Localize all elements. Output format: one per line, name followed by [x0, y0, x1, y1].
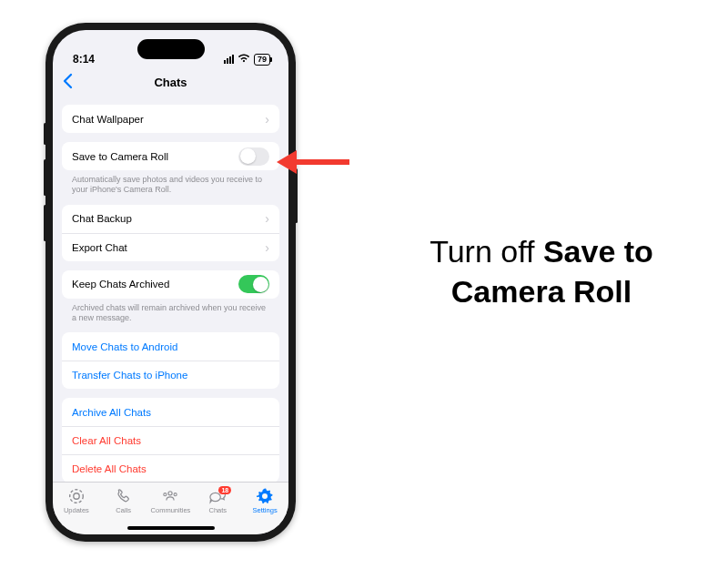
volume-down-button: [44, 205, 46, 241]
tab-updates[interactable]: Updates: [53, 487, 100, 534]
power-button: [295, 168, 298, 223]
instruction-text: Turn off Save to Camera Roll: [382, 232, 701, 311]
row-save-camera-roll[interactable]: Save to Camera Roll: [62, 142, 279, 170]
toggle-knob: [240, 148, 256, 164]
row-label: Move Chats to Android: [72, 341, 177, 352]
side-button: [44, 123, 46, 145]
group-backup-export: Chat Backup › Export Chat ›: [62, 205, 279, 261]
chats-badge: 18: [218, 486, 231, 494]
phone-frame: 8:14 79 Chats: [46, 23, 296, 542]
chevron-right-icon: ›: [265, 112, 269, 127]
dynamic-island: [137, 39, 205, 59]
row-transfer-iphone[interactable]: Transfer Chats to iPhone: [62, 361, 279, 389]
communities-icon: [161, 487, 179, 505]
row-move-android[interactable]: Move Chats to Android: [62, 332, 279, 361]
save-camera-roll-toggle[interactable]: [238, 147, 269, 166]
group-save-camera-roll: Save to Camera Roll: [62, 142, 279, 170]
row-label: Delete All Chats: [72, 463, 147, 474]
row-archive-all[interactable]: Archive All Chats: [62, 398, 279, 426]
tab-label: Settings: [253, 506, 278, 514]
page-title: Chats: [154, 76, 187, 89]
tab-label: Calls: [116, 506, 131, 514]
row-label: Clear All Chats: [72, 435, 141, 446]
battery-indicator: 79: [254, 54, 270, 66]
footer-keep-archived: Archived chats will remain archived when…: [62, 299, 279, 324]
nav-header: Chats: [53, 68, 288, 96]
row-keep-archived[interactable]: Keep Chats Archived: [62, 270, 279, 299]
row-chat-wallpaper[interactable]: Chat Wallpaper ›: [62, 105, 279, 133]
chevron-right-icon: ›: [265, 240, 269, 255]
tab-label: Chats: [208, 506, 227, 514]
group-transfer: Move Chats to Android Transfer Chats to …: [62, 332, 279, 389]
svg-point-4: [175, 493, 177, 496]
volume-up-button: [44, 159, 46, 196]
svg-point-3: [164, 493, 167, 496]
keep-archived-toggle[interactable]: [238, 275, 269, 293]
row-label: Keep Chats Archived: [72, 279, 169, 290]
tab-settings[interactable]: Settings: [241, 487, 288, 534]
footer-save-camera-roll: Automatically save photos and videos you…: [62, 170, 279, 196]
row-label: Transfer Chats to iPhone: [72, 370, 187, 381]
svg-point-0: [70, 490, 84, 503]
wifi-icon: [238, 53, 250, 66]
row-chat-backup[interactable]: Chat Backup ›: [62, 205, 279, 233]
group-wallpaper: Chat Wallpaper ›: [62, 105, 279, 133]
back-button[interactable]: [62, 73, 73, 94]
row-label: Export Chat: [72, 242, 127, 253]
group-bulk-actions: Archive All Chats Clear All Chats Delete…: [62, 398, 279, 482]
group-keep-archived: Keep Chats Archived: [62, 270, 279, 299]
svg-point-1: [74, 493, 79, 499]
status-time: 8:14: [73, 53, 95, 66]
row-label: Save to Camera Roll: [72, 151, 168, 162]
cellular-signal-icon: [224, 55, 234, 64]
annotation-arrow: [277, 147, 349, 175]
tab-label: Communities: [151, 506, 191, 514]
gear-icon: [256, 487, 274, 505]
row-label: Archive All Chats: [72, 407, 151, 418]
row-delete-all[interactable]: Delete All Chats: [62, 454, 279, 482]
row-export-chat[interactable]: Export Chat ›: [62, 233, 279, 261]
chevron-right-icon: ›: [265, 211, 269, 226]
settings-content: Chat Wallpaper › Save to Camera Roll Aut…: [53, 96, 288, 482]
svg-point-2: [168, 492, 172, 495]
tab-label: Updates: [64, 506, 89, 514]
updates-icon: [67, 487, 86, 505]
row-label: Chat Wallpaper: [72, 114, 144, 125]
phone-screen: 8:14 79 Chats: [53, 30, 288, 534]
toggle-knob: [253, 277, 268, 292]
svg-point-6: [262, 493, 268, 499]
phone-icon: [115, 487, 133, 505]
home-indicator: [127, 526, 215, 530]
row-clear-all[interactable]: Clear All Chats: [62, 426, 279, 454]
row-label: Chat Backup: [72, 213, 132, 224]
instruction-prefix: Turn off: [430, 234, 543, 269]
